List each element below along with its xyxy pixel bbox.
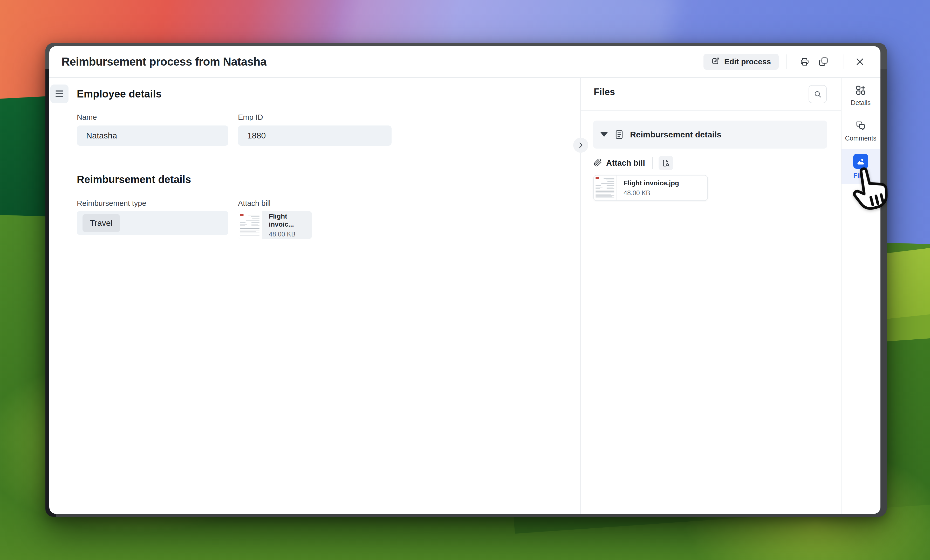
form-pane: Employee details Name Emp ID Reimburseme… xyxy=(49,78,581,514)
chevron-right-icon xyxy=(577,141,585,149)
dialog-header: Reimbursement process from Natasha Edit … xyxy=(49,46,881,78)
printer-icon xyxy=(799,57,810,67)
files-image-icon xyxy=(853,154,868,169)
emp-id-label: Emp ID xyxy=(238,113,263,121)
page-title: Reimbursement process from Natasha xyxy=(62,55,266,68)
files-panel-title: Files xyxy=(594,87,615,97)
section-title-reimbursement-details: Reimbursement details xyxy=(77,174,191,186)
invoice-thumbnail xyxy=(594,175,617,200)
attached-file-card[interactable]: Flight invoic... 48.00 KB xyxy=(238,211,312,239)
file-name: Flight invoice.jpg xyxy=(624,179,679,187)
copy-icon xyxy=(818,57,828,67)
document-search-icon xyxy=(662,159,670,167)
files-group-row[interactable]: Reimbursement details xyxy=(593,121,827,149)
header-divider xyxy=(786,54,787,69)
edit-process-button[interactable]: Edit process xyxy=(704,54,779,70)
close-button[interactable] xyxy=(855,57,865,67)
files-group-label: Reimbursement details xyxy=(630,130,721,140)
search-icon xyxy=(813,90,822,98)
file-name: Flight invoic... xyxy=(269,212,312,229)
name-input[interactable] xyxy=(77,126,228,146)
hamburger-icon xyxy=(55,89,63,99)
file-size: 48.00 KB xyxy=(624,189,679,197)
header-divider-2 xyxy=(844,54,844,69)
details-widgets-icon xyxy=(855,84,867,96)
copy-button[interactable] xyxy=(818,57,828,67)
document-icon xyxy=(614,129,624,140)
files-search-button[interactable] xyxy=(808,85,827,103)
caret-down-icon xyxy=(600,132,608,137)
edit-process-label: Edit process xyxy=(724,57,771,66)
screen: Reimbursement process from Natasha Edit … xyxy=(0,0,930,560)
attach-bill-field-label: Attach bill xyxy=(606,158,645,168)
sidebar-item-label: Details xyxy=(851,99,871,107)
section-title-employee-details: Employee details xyxy=(77,88,162,100)
sidebar-item-label: Files xyxy=(853,172,868,180)
sidebar-item-label: Comments xyxy=(845,135,876,142)
reimbursement-type-field[interactable]: Travel xyxy=(77,211,228,235)
preview-file-button[interactable] xyxy=(659,156,673,170)
files-panel-file-card[interactable]: Flight invoice.jpg 48.00 KB xyxy=(593,175,708,201)
reimbursement-type-chip: Travel xyxy=(83,214,120,232)
close-icon xyxy=(855,57,865,67)
files-panel: Files Reimbursement details xyxy=(581,78,841,514)
form-menu-button[interactable] xyxy=(50,84,69,103)
name-label: Name xyxy=(77,113,97,121)
comments-bubbles-icon xyxy=(855,120,867,132)
file-size: 48.00 KB xyxy=(269,230,312,238)
collapse-panel-button[interactable] xyxy=(573,138,588,153)
emp-id-input[interactable] xyxy=(238,126,391,146)
paperclip-icon xyxy=(594,158,602,168)
attach-bill-row: Attach bill xyxy=(594,155,673,170)
sidebar-item-details[interactable]: Details xyxy=(842,78,880,113)
attach-bill-label: Attach bill xyxy=(238,199,271,208)
sidebar-item-comments[interactable]: Comments xyxy=(842,113,880,149)
files-header-divider xyxy=(581,110,841,111)
invoice-thumbnail xyxy=(238,211,262,239)
reimbursement-type-label: Reimbursement type xyxy=(77,199,146,208)
right-sidebar: Details Comments xyxy=(841,78,880,514)
reimbursement-dialog: Reimbursement process from Natasha Edit … xyxy=(49,46,881,514)
edit-icon xyxy=(711,57,719,67)
sidebar-item-files[interactable]: Files xyxy=(842,149,880,184)
attach-divider xyxy=(652,157,653,169)
print-button[interactable] xyxy=(799,57,810,67)
